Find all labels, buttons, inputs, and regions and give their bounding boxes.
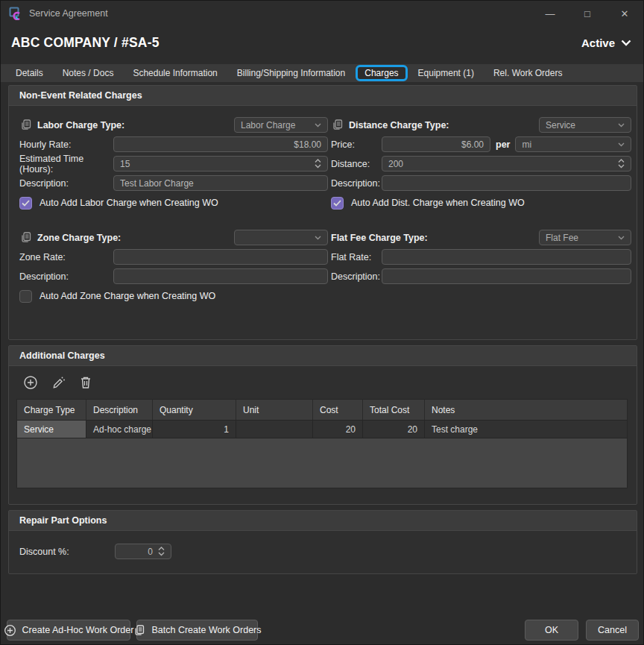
edit-charge-button[interactable]: [50, 374, 66, 391]
labor-description-input[interactable]: Test Labor Charge: [113, 175, 328, 191]
flat-fee-charge-type-label: Flat Fee Charge Type:: [331, 233, 428, 243]
status-value: Active: [581, 37, 615, 49]
cell-total-cost[interactable]: 20: [363, 421, 425, 438]
service-agreement-window: Service Agreement — □ ✕ ABC COMPANY / #S…: [0, 0, 644, 645]
flat-fee-description-label: Description:: [331, 271, 382, 282]
tab-rel-work-orders[interactable]: Rel. Work Orders: [484, 65, 572, 81]
zone-description-label: Description:: [19, 271, 113, 282]
ok-button[interactable]: OK: [525, 620, 578, 641]
distance-input[interactable]: 200: [382, 156, 631, 172]
spinner-icon[interactable]: [158, 547, 165, 556]
distance-unit-select[interactable]: mi: [515, 136, 631, 152]
document-stack-icon: [19, 119, 32, 131]
cancel-button[interactable]: Cancel: [586, 620, 639, 641]
table-empty-area: [17, 438, 627, 488]
distance-description-label: Description:: [331, 178, 382, 189]
cell-description[interactable]: Ad-hoc charge: [86, 421, 153, 438]
zone-description-input[interactable]: [113, 268, 328, 284]
additional-charges-table: Charge Type Description Quantity Unit Co…: [16, 399, 628, 488]
cell-unit[interactable]: [236, 421, 313, 438]
distance-charge-type-label: Distance Charge Type:: [349, 120, 449, 130]
tab-charges[interactable]: Charges: [356, 65, 407, 81]
auto-add-distance-label: Auto Add Dist. Charge when Creating WO: [351, 198, 525, 208]
status-dropdown[interactable]: Active: [581, 37, 631, 49]
app-icon: [9, 7, 22, 20]
column-header-unit[interactable]: Unit: [236, 400, 313, 420]
hourly-rate-input[interactable]: $18.00: [113, 136, 328, 152]
repair-part-options-section: Repair Part Options Discount %: 0: [8, 510, 637, 574]
auto-add-zone-checkbox[interactable]: [19, 290, 32, 303]
tab-equipment[interactable]: Equipment (1): [408, 65, 484, 81]
labor-charge-type-label: Labor Charge Type:: [37, 120, 124, 130]
add-charge-button[interactable]: [22, 374, 39, 391]
price-input[interactable]: $6.00: [382, 136, 490, 152]
cell-cost[interactable]: 20: [313, 421, 363, 438]
column-header-cost[interactable]: Cost: [313, 400, 363, 420]
column-header-total-cost[interactable]: Total Cost: [363, 400, 425, 420]
auto-add-distance-checkbox[interactable]: [331, 197, 344, 210]
flat-rate-label: Flat Rate:: [331, 252, 382, 262]
tab-details[interactable]: Details: [6, 65, 53, 81]
column-header-quantity[interactable]: Quantity: [153, 400, 236, 420]
spinner-icon[interactable]: [315, 159, 321, 169]
chevron-down-icon: [618, 236, 625, 240]
chevron-down-icon: [618, 142, 625, 147]
page-title: ABC COMPANY / #SA-5: [11, 35, 581, 51]
flat-fee-description-input[interactable]: [382, 268, 631, 284]
tab-billing-shipping-information[interactable]: Billing/Shipping Information: [227, 65, 355, 81]
zone-rate-input[interactable]: [113, 249, 328, 265]
per-label: per: [496, 139, 510, 150]
column-header-charge-type[interactable]: Charge Type: [17, 400, 86, 420]
chevron-down-icon: [315, 236, 321, 240]
cell-quantity[interactable]: 1: [153, 421, 236, 438]
delete-charge-button[interactable]: [78, 374, 94, 391]
cell-charge-type[interactable]: Service: [17, 421, 86, 438]
distance-label: Distance:: [331, 159, 382, 169]
section-title: Repair Part Options: [9, 511, 637, 531]
discount-input[interactable]: 0: [115, 544, 171, 559]
chevron-down-icon: [621, 40, 631, 46]
flat-fee-charge-type-select[interactable]: Flat Fee: [539, 230, 631, 245]
tab-schedule-information[interactable]: Schedule Information: [123, 65, 227, 81]
document-stack-icon: [133, 624, 145, 637]
maximize-button[interactable]: □: [569, 1, 606, 26]
close-button[interactable]: ✕: [606, 1, 643, 26]
estimated-time-input[interactable]: 15: [113, 156, 328, 172]
spinner-icon[interactable]: [618, 159, 625, 169]
create-adhoc-work-order-button[interactable]: Create Ad-Hoc Work Order: [7, 620, 130, 641]
tab-notes-docs[interactable]: Notes / Docs: [53, 65, 124, 81]
window-title: Service Agreement: [29, 8, 531, 19]
hourly-rate-label: Hourly Rate:: [19, 139, 113, 150]
labor-charge-type-select[interactable]: Labor Charge: [234, 117, 328, 133]
plus-circle-icon: [4, 624, 16, 637]
chevron-down-icon: [618, 123, 625, 128]
zone-charge-type-select[interactable]: [234, 230, 328, 245]
additional-charges-section: Additional Charges: [8, 345, 637, 505]
price-label: Price:: [331, 139, 382, 150]
chevron-down-icon: [315, 123, 321, 128]
distance-description-input[interactable]: [382, 175, 631, 191]
document-stack-icon: [19, 231, 32, 244]
cell-notes[interactable]: Test charge: [425, 421, 627, 438]
flat-rate-input[interactable]: [382, 249, 631, 265]
charges-toolbar: [9, 366, 637, 399]
document-stack-icon: [331, 119, 344, 131]
auto-add-labor-checkbox[interactable]: [19, 197, 32, 210]
distance-charge-type-select[interactable]: Service: [539, 117, 631, 133]
batch-create-work-orders-button[interactable]: Batch Create Work Orders: [136, 620, 258, 641]
section-title: Non-Event Related Charges: [9, 86, 637, 106]
discount-label: Discount %:: [19, 547, 115, 557]
non-event-related-charges-section: Non-Event Related Charges Labor Charge T…: [8, 85, 637, 340]
column-header-description[interactable]: Description: [86, 400, 153, 420]
table-row[interactable]: Service Ad-hoc charge 1 20 20 Test charg…: [17, 420, 627, 438]
section-title: Additional Charges: [9, 346, 637, 366]
title-bar: Service Agreement — □ ✕: [1, 1, 643, 26]
auto-add-zone-label: Auto Add Zone Charge when Creating WO: [40, 291, 215, 301]
tab-bar: Details Notes / Docs Schedule Informatio…: [1, 64, 643, 82]
column-header-notes[interactable]: Notes: [425, 400, 627, 420]
table-header-row: Charge Type Description Quantity Unit Co…: [17, 400, 627, 420]
labor-zone-column: Labor Charge Type: Labor Charge Hourly R…: [19, 117, 328, 308]
labor-description-label: Description:: [19, 178, 113, 189]
minimize-button[interactable]: —: [531, 1, 569, 26]
estimated-time-label: Estimated Time (Hours):: [19, 154, 113, 174]
